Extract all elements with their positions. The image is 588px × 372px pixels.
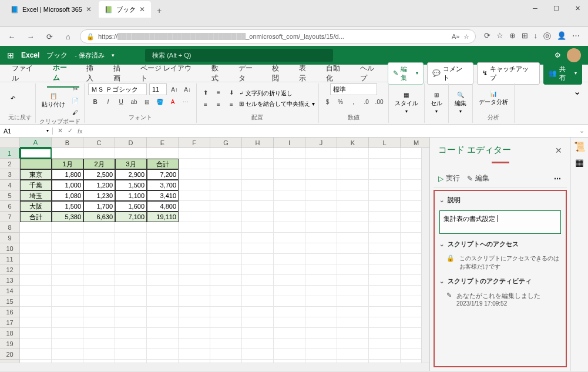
- cell[interactable]: 1,200: [83, 180, 115, 190]
- editing-button[interactable]: 🔍編集▾: [452, 91, 469, 115]
- cell[interactable]: [210, 317, 242, 328]
- tab-file[interactable]: ファイル: [6, 60, 46, 87]
- cell[interactable]: [52, 233, 83, 243]
- cell[interactable]: [83, 307, 115, 317]
- cell[interactable]: [274, 233, 305, 243]
- cell[interactable]: [179, 339, 210, 349]
- cell[interactable]: [147, 339, 179, 349]
- cell[interactable]: [20, 286, 52, 296]
- cell[interactable]: 19,110: [147, 212, 179, 222]
- cell[interactable]: [20, 159, 52, 169]
- cell[interactable]: [147, 243, 179, 254]
- cell[interactable]: [369, 159, 401, 169]
- cell[interactable]: [274, 317, 305, 328]
- cell[interactable]: [179, 317, 210, 328]
- cell[interactable]: [83, 296, 115, 307]
- section-description[interactable]: ⌄説明: [439, 196, 561, 205]
- cell[interactable]: [305, 317, 337, 328]
- cell[interactable]: [147, 222, 179, 233]
- styles-button[interactable]: ▦スタイル▾: [392, 91, 421, 115]
- script-icon[interactable]: 📜: [574, 141, 586, 152]
- cell[interactable]: [20, 275, 52, 286]
- cell[interactable]: [274, 190, 305, 201]
- row-header[interactable]: 9: [0, 233, 20, 243]
- cell[interactable]: [242, 212, 274, 222]
- cell[interactable]: [52, 286, 83, 296]
- cell[interactable]: [52, 307, 83, 317]
- cell[interactable]: [20, 148, 52, 159]
- cell[interactable]: [83, 328, 115, 339]
- cell[interactable]: 1,100: [115, 190, 147, 201]
- edit-button[interactable]: ✎編集: [467, 173, 489, 183]
- cell[interactable]: [242, 190, 274, 201]
- cell[interactable]: [210, 264, 242, 275]
- align-left-icon[interactable]: ≡: [200, 99, 211, 110]
- row-header[interactable]: 10: [0, 243, 20, 254]
- decimal-inc-icon[interactable]: .0: [361, 96, 372, 107]
- cell[interactable]: [179, 222, 210, 233]
- column-header[interactable]: I: [274, 138, 305, 148]
- cell[interactable]: 4,800: [147, 201, 179, 212]
- cell[interactable]: [337, 254, 369, 264]
- cell[interactable]: [52, 317, 83, 328]
- cell[interactable]: [242, 180, 274, 190]
- cell[interactable]: [369, 243, 401, 254]
- cell[interactable]: [115, 317, 147, 328]
- cell[interactable]: [274, 201, 305, 212]
- new-tab-button[interactable]: +: [152, 4, 166, 18]
- row-header[interactable]: 12: [0, 264, 20, 275]
- cell[interactable]: 合計: [147, 159, 179, 169]
- cell[interactable]: [147, 328, 179, 339]
- cell[interactable]: [147, 307, 179, 317]
- sync-icon[interactable]: ⟳: [484, 31, 490, 42]
- cell[interactable]: [242, 159, 274, 169]
- cell[interactable]: [20, 296, 52, 307]
- cell[interactable]: [210, 169, 242, 180]
- cell[interactable]: [337, 222, 369, 233]
- cell[interactable]: [242, 317, 274, 328]
- cell[interactable]: 3,700: [147, 180, 179, 190]
- cell[interactable]: [52, 275, 83, 286]
- cancel-icon[interactable]: ✕: [58, 127, 63, 135]
- cell[interactable]: 1,500: [115, 180, 147, 190]
- cell[interactable]: [210, 222, 242, 233]
- downloads-icon[interactable]: ↓: [534, 31, 538, 42]
- cell[interactable]: [179, 148, 210, 159]
- decrease-font-icon[interactable]: A↓: [182, 84, 193, 95]
- cell[interactable]: [115, 243, 147, 254]
- cell[interactable]: [369, 296, 401, 307]
- cell[interactable]: [52, 328, 83, 339]
- cell[interactable]: [242, 169, 274, 180]
- row-header[interactable]: 1: [0, 148, 20, 159]
- cell[interactable]: [369, 275, 401, 286]
- cell[interactable]: [20, 222, 52, 233]
- cell[interactable]: [115, 286, 147, 296]
- cell[interactable]: [337, 159, 369, 169]
- cell[interactable]: [242, 222, 274, 233]
- cell[interactable]: [83, 233, 115, 243]
- cell[interactable]: [274, 296, 305, 307]
- cell[interactable]: [274, 212, 305, 222]
- cell[interactable]: [274, 169, 305, 180]
- cell[interactable]: [179, 286, 210, 296]
- cell[interactable]: [305, 243, 337, 254]
- cell[interactable]: [147, 275, 179, 286]
- cell[interactable]: [179, 159, 210, 169]
- column-header[interactable]: F: [179, 138, 210, 148]
- cell[interactable]: [274, 222, 305, 233]
- cell[interactable]: 3,410: [147, 190, 179, 201]
- cell[interactable]: [179, 328, 210, 339]
- cut-icon[interactable]: ✂: [70, 83, 80, 94]
- cell[interactable]: 1,230: [83, 190, 115, 201]
- cell[interactable]: 東京: [20, 169, 52, 180]
- cell[interactable]: [115, 296, 147, 307]
- collections-icon[interactable]: ⊕: [509, 31, 516, 42]
- cell[interactable]: [210, 328, 242, 339]
- comments-button[interactable]: 💬 コメント: [427, 62, 473, 85]
- cell[interactable]: [274, 328, 305, 339]
- browser-tab[interactable]: 📘 Excel | Microsoft 365 ✕: [5, 1, 98, 18]
- column-header[interactable]: J: [305, 138, 337, 148]
- cell[interactable]: [305, 328, 337, 339]
- cell[interactable]: [210, 148, 242, 159]
- cell[interactable]: [337, 148, 369, 159]
